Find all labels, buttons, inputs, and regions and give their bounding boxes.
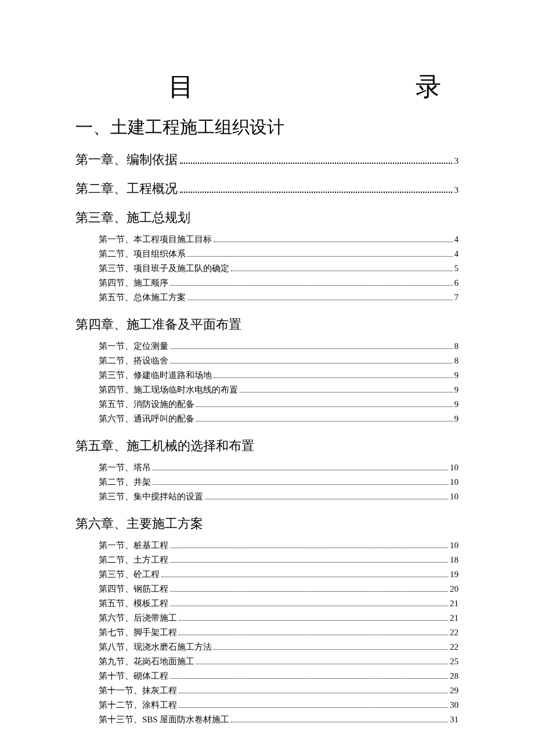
toc-row: 第一节、定位测量8 [99, 339, 459, 353]
toc-label: 第二节、土方工程 [99, 553, 168, 567]
toc-page-number: 19 [450, 567, 459, 581]
toc-row: 第一节、塔吊10 [99, 460, 459, 474]
toc-row: 第五节、总体施工方案7 [99, 290, 459, 304]
toc-page-number: 22 [450, 640, 459, 654]
toc-page-number: 10 [450, 460, 459, 474]
toc-label: 第五节、消防设施的配备 [99, 397, 194, 411]
toc-row: 第十二节、涂料工程30 [99, 698, 459, 712]
leader-dots [196, 664, 448, 664]
chapter-title-text: 第二章、工程概况 [75, 180, 178, 197]
toc-page-number: 21 [450, 611, 459, 625]
leader-dots [153, 470, 448, 470]
leader-dots [180, 163, 452, 164]
toc-page-number: 30 [450, 698, 459, 712]
leader-dots [205, 499, 448, 499]
toc-page-number: 20 [450, 582, 459, 596]
leader-dots [179, 620, 448, 621]
chapter-title: 第三章、施工总规划 [75, 209, 459, 226]
toc-row: 第二节、井架10 [99, 475, 459, 489]
toc-page-number: 9 [454, 412, 459, 426]
leader-dots [240, 392, 453, 393]
section-list: 第一节、塔吊10第二节、井架10第三节、集中搅拌站的设置10 [75, 460, 459, 503]
toc-row: 第三节、砼工程19 [99, 567, 459, 581]
toc-page-number: 29 [450, 683, 459, 697]
toc-label: 第二节、项目组织体系 [99, 247, 186, 261]
leader-dots [170, 678, 448, 679]
leader-dots [179, 693, 448, 693]
toc-row: 第六节、后浇带施工21 [99, 611, 459, 625]
toc-page-number: 10 [450, 489, 459, 503]
toc-row: 第十节、砌体工程28 [99, 669, 459, 683]
leader-dots [187, 300, 453, 300]
chapter-page-number: 3 [454, 156, 459, 166]
toc-label: 第四节、钢筋工程 [99, 582, 168, 596]
leader-dots [170, 348, 453, 349]
toc-label: 第七节、脚手架工程 [99, 625, 177, 639]
toc-label: 第一节、本工程项目施工目标 [99, 232, 212, 246]
chapter-title-text: 第四章、施工准备及平面布置 [75, 316, 241, 333]
toc-page-number: 18 [450, 553, 459, 567]
toc-label: 第三节、修建临时道路和场地 [99, 368, 212, 382]
toc-row: 第四节、施工现场临时水电线的布置9 [99, 383, 459, 397]
toc-label: 第四节、施工现场临时水电线的布置 [99, 383, 238, 397]
toc-label: 第三节、砼工程 [99, 567, 160, 581]
toc-row: 第九节、花岗石地面施工25 [99, 654, 459, 668]
toc-page-number: 8 [454, 339, 459, 353]
toc-page-number: 31 [450, 712, 459, 726]
toc-row: 第一节、桩基工程10 [99, 538, 459, 552]
toc-page-number: 21 [450, 596, 459, 610]
leader-dots [170, 285, 453, 286]
toc-label: 第九节、花岗石地面施工 [99, 654, 194, 668]
leader-dots [196, 421, 453, 422]
leader-dots [153, 484, 448, 485]
leader-dots [187, 256, 453, 257]
document-title: 目 录 [75, 70, 459, 104]
toc-row: 第二节、搭设临舍8 [99, 354, 459, 368]
leader-dots [231, 722, 448, 722]
toc-row: 第五节、模板工程21 [99, 596, 459, 610]
toc-page-number: 28 [450, 669, 459, 683]
toc-container: 第一章、编制依据3第二章、工程概况3第三章、施工总规划第一节、本工程项目施工目标… [75, 151, 459, 726]
chapter-title-text: 第五章、施工机械的选择和布置 [75, 437, 254, 455]
leader-dots [180, 192, 452, 193]
leader-dots [170, 591, 448, 592]
toc-label: 第一节、塔吊 [99, 460, 151, 474]
toc-row: 第六节、通讯呼叫的配备9 [99, 412, 459, 426]
toc-label: 第十一节、抹灰工程 [99, 683, 177, 697]
toc-row: 第三节、修建临时道路和场地9 [99, 368, 459, 382]
leader-dots [161, 577, 448, 577]
toc-page-number: 9 [454, 368, 459, 382]
chapter-title-text: 第一章、编制依据 [75, 151, 178, 168]
leader-dots [179, 635, 448, 635]
toc-label: 第三节、项目班子及施工队的确定 [99, 261, 229, 275]
toc-label: 第六节、后浇带施工 [99, 611, 177, 625]
toc-label: 第十二节、涂料工程 [99, 698, 177, 712]
toc-row: 第四节、钢筋工程20 [99, 582, 459, 596]
chapter-title: 第五章、施工机械的选择和布置 [75, 437, 459, 455]
toc-label: 第五节、总体施工方案 [99, 290, 186, 304]
chapter-title-text: 第三章、施工总规划 [75, 209, 190, 226]
toc-row: 第一节、本工程项目施工目标4 [99, 232, 459, 246]
section-list: 第一节、定位测量8第二节、搭设临舍8第三节、修建临时道路和场地9第四节、施工现场… [75, 339, 459, 426]
toc-label: 第六节、通讯呼叫的配备 [99, 412, 194, 426]
toc-row: 第三节、集中搅拌站的设置10 [99, 489, 459, 503]
toc-page-number: 25 [450, 654, 459, 668]
toc-row: 第五节、消防设施的配备9 [99, 397, 459, 411]
leader-dots [170, 363, 453, 363]
leader-dots [170, 562, 448, 563]
leader-dots [214, 649, 448, 650]
toc-page-number: 10 [450, 538, 459, 552]
toc-row: 第三节、项目班子及施工队的确定5 [99, 261, 459, 275]
toc-page-number: 8 [454, 354, 459, 368]
toc-page-number: 4 [454, 247, 459, 261]
chapter-title: 第一章、编制依据3 [75, 151, 459, 168]
leader-dots [179, 707, 448, 708]
chapter-title: 第六章、主要施工方案 [75, 515, 459, 532]
toc-row: 第八节、现浇水磨石施工方法22 [99, 640, 459, 654]
part-title: 一、土建工程施工组织设计 [75, 116, 459, 139]
toc-label: 第一节、定位测量 [99, 339, 168, 353]
leader-dots [231, 271, 453, 271]
chapter-page-number: 3 [454, 185, 459, 195]
toc-page-number: 5 [454, 261, 459, 275]
toc-row: 第二节、项目组织体系4 [99, 247, 459, 261]
